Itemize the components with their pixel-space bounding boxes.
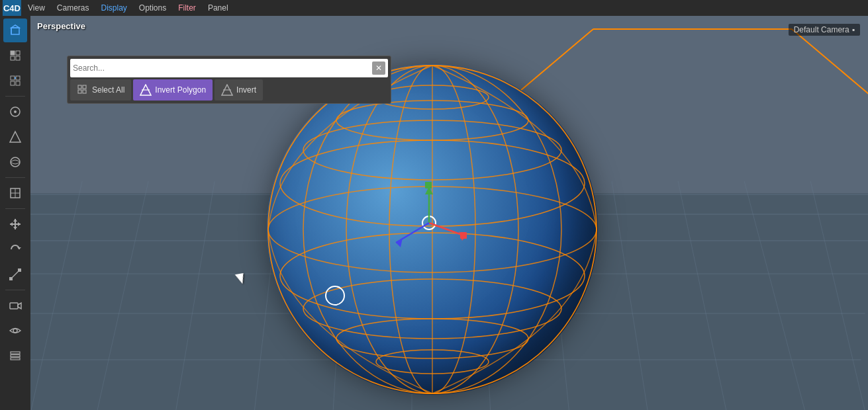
camera-icon [9, 299, 22, 312]
select-toolbar-popup: ✕ Select All [67, 56, 391, 104]
eye-icon [9, 324, 22, 337]
svg-rect-85 [83, 90, 86, 93]
cube-icon [9, 24, 22, 37]
svg-rect-81 [425, 182, 432, 188]
search-bar: ✕ [70, 59, 388, 77]
menu-filter[interactable]: Filter [173, 0, 201, 16]
move-icon [9, 218, 22, 231]
svg-rect-83 [83, 85, 86, 89]
svg-marker-25 [17, 247, 21, 249]
sidebar-btn-camera[interactable] [3, 294, 27, 317]
sidebar-item-material[interactable] [3, 150, 27, 174]
menu-options[interactable]: Options [134, 0, 171, 16]
polygon-icon [9, 49, 22, 62]
material-icon [9, 155, 22, 169]
layers-icon [9, 349, 22, 362]
logo-text: C4D [3, 3, 21, 13]
invert-polygon-label: Invert Polygon [155, 85, 206, 95]
rotate-icon [9, 243, 22, 256]
toolbar-buttons-row: Select All Invert Polygon [70, 79, 388, 101]
svg-marker-79 [396, 238, 403, 247]
selection-circle-indicator [325, 286, 345, 306]
sphere-mesh [267, 64, 598, 395]
menu-view[interactable]: View [23, 0, 50, 16]
svg-point-15 [11, 157, 20, 167]
select-all-label: Select All [92, 85, 124, 95]
sidebar-item-sculpt[interactable] [3, 181, 27, 205]
svg-rect-28 [18, 268, 21, 272]
left-sidebar [0, 16, 30, 410]
sidebar-divider-3 [5, 208, 25, 209]
svg-rect-33 [11, 355, 20, 357]
svg-rect-84 [78, 90, 81, 93]
sidebar-divider-1 [5, 96, 25, 97]
svg-rect-80 [460, 232, 467, 239]
select-all-button[interactable]: Select All [70, 79, 131, 101]
menu-display[interactable]: Display [95, 0, 132, 16]
sidebar-btn-eye[interactable] [3, 319, 27, 343]
camera-options-icon[interactable]: ▪ [852, 25, 855, 34]
svg-rect-27 [9, 277, 13, 280]
sidebar-item-polygon-mode[interactable] [3, 44, 27, 67]
point-icon [9, 105, 22, 118]
svg-rect-34 [11, 358, 20, 360]
svg-marker-24 [18, 222, 21, 226]
sphere-object[interactable] [267, 64, 598, 395]
sidebar-item-uv-mode[interactable] [3, 125, 27, 149]
svg-marker-1 [11, 25, 19, 28]
svg-rect-6 [16, 56, 20, 60]
uv-icon [9, 130, 22, 144]
svg-marker-22 [13, 227, 17, 229]
viewport-label: Perspective [37, 21, 85, 31]
top-menu-bar: C4D View Cameras Display Options Filter … [0, 0, 868, 16]
svg-rect-82 [78, 85, 81, 89]
scale-icon [9, 268, 22, 281]
svg-marker-14 [10, 132, 21, 142]
edge-icon [9, 74, 22, 87]
svg-marker-23 [10, 222, 13, 226]
invert-button[interactable]: Invert [215, 79, 263, 101]
sidebar-divider-4 [5, 290, 25, 290]
sidebar-btn-move[interactable] [3, 212, 27, 236]
svg-rect-7 [11, 76, 15, 80]
svg-rect-32 [11, 352, 20, 354]
invert-label: Invert [236, 85, 256, 95]
transform-gizmo[interactable] [393, 180, 479, 266]
invert-icon [221, 84, 233, 96]
svg-rect-0 [11, 28, 19, 34]
sidebar-btn-layers[interactable] [3, 344, 27, 368]
svg-rect-10 [16, 81, 20, 85]
select-all-icon [77, 84, 89, 96]
svg-rect-5 [11, 56, 15, 60]
viewport[interactable]: Perspective Default Camera ▪ ✕ [30, 16, 868, 410]
sidebar-btn-scale[interactable] [3, 263, 27, 286]
svg-point-13 [14, 110, 17, 113]
invert-polygon-button[interactable]: Invert Polygon [133, 79, 213, 101]
sidebar-item-edge-mode[interactable] [3, 69, 27, 93]
menu-cameras[interactable]: Cameras [52, 0, 95, 16]
search-close-button[interactable]: ✕ [372, 62, 385, 75]
sculpt-icon [9, 186, 22, 200]
sidebar-item-object-mode[interactable] [3, 19, 27, 42]
svg-rect-8 [16, 76, 20, 80]
svg-marker-21 [13, 219, 17, 222]
sidebar-divider-2 [5, 177, 25, 178]
sidebar-btn-rotate[interactable] [3, 237, 27, 261]
svg-point-31 [13, 329, 17, 333]
svg-rect-9 [11, 81, 15, 85]
invert-polygon-icon [140, 84, 152, 96]
sidebar-item-point-mode[interactable] [3, 100, 27, 124]
camera-name-text: Default Camera [794, 25, 849, 34]
svg-rect-3 [11, 51, 15, 55]
svg-rect-29 [10, 303, 18, 309]
app-logo[interactable]: C4D [3, 0, 21, 16]
camera-label: Default Camera ▪ [789, 24, 860, 36]
search-input[interactable] [73, 63, 369, 73]
svg-rect-4 [16, 51, 20, 55]
menu-panel[interactable]: Panel [203, 0, 234, 16]
